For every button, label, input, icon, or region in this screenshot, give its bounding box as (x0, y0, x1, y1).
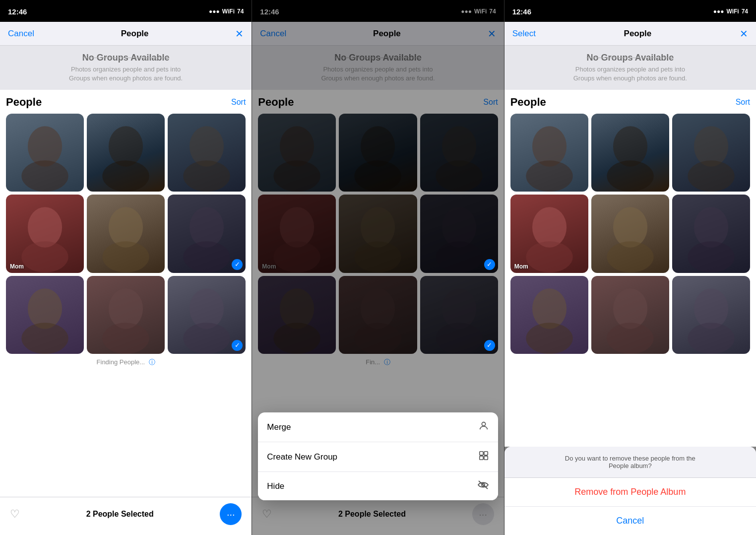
menu-item-merge[interactable]: Merge (258, 412, 498, 442)
action-sheet-overlay-3[interactable]: Do you want to remove these people from … (504, 447, 756, 535)
person-cell-8[interactable] (87, 276, 165, 354)
nav-bar-3: Select People ✕ (504, 22, 756, 46)
merge-icon (478, 420, 489, 434)
svg-rect-37 (479, 452, 483, 455)
people-title-1: People (6, 96, 42, 109)
cancel-action-button[interactable]: Cancel (504, 507, 756, 535)
svg-line-42 (479, 481, 488, 489)
svg-point-11 (184, 242, 230, 273)
person-cell-3-6[interactable] (672, 195, 750, 272)
svg-rect-38 (484, 452, 488, 455)
status-bar-3: 12:46 ●●● WiFi 74 (504, 0, 756, 22)
status-icons-1: ●●● WiFi 74 (209, 8, 244, 15)
svg-point-52 (607, 242, 653, 273)
person-cell-3[interactable] (168, 114, 246, 192)
info-icon-1[interactable]: ⓘ (149, 358, 155, 366)
remove-from-album-button[interactable]: Remove from People Album (504, 478, 756, 507)
check-badge-2-6: ✓ (484, 259, 495, 270)
people-grid-1: Mom ✓ (6, 114, 246, 353)
battery-icon-3: 74 (742, 8, 748, 15)
person-cell-9[interactable]: ✓ (168, 276, 246, 354)
people-section-1: People Sort (0, 90, 252, 497)
person-cell-7[interactable] (6, 276, 84, 354)
person-cell-3-1[interactable] (510, 114, 588, 192)
signal-icon-1: ●●● (209, 8, 220, 15)
groups-subtitle-3: Photos organizes people and pets intoGro… (512, 65, 748, 83)
time-3: 12:46 (512, 7, 531, 16)
svg-point-1 (21, 161, 68, 192)
check-badge-9: ✓ (232, 340, 243, 351)
groups-section-3: No Groups Available Photos organizes peo… (504, 46, 756, 90)
person-label-4: Mom (10, 263, 24, 270)
finding-footer-1: Finding People... ⓘ (6, 354, 246, 371)
menu-item-create-group[interactable]: Create New Group (258, 442, 498, 472)
close-button-3[interactable]: ✕ (740, 28, 748, 40)
svg-point-48 (688, 161, 734, 192)
battery-icon-1: 74 (237, 8, 244, 15)
person-cell-3-5[interactable] (591, 195, 669, 272)
context-menu-2: Merge Create New Group Hide (258, 412, 498, 500)
hide-label: Hide (267, 481, 284, 491)
create-group-icon (478, 450, 489, 464)
menu-item-hide[interactable]: Hide (258, 472, 498, 500)
person-cell-1[interactable] (6, 114, 84, 192)
svg-point-15 (103, 323, 149, 354)
select-button-3[interactable]: Select (512, 29, 536, 39)
favorite-icon-1[interactable]: ♡ (10, 508, 20, 521)
svg-point-60 (688, 323, 734, 354)
selected-count-1: 2 People Selected (86, 510, 154, 519)
time-1: 12:46 (8, 7, 27, 16)
nav-bar-1: Cancel People ✕ (0, 22, 252, 46)
svg-point-44 (526, 161, 572, 192)
sort-button-1[interactable]: Sort (231, 98, 246, 107)
check-badge-2-9: ✓ (484, 340, 495, 351)
svg-point-36 (482, 422, 485, 426)
person-cell-6[interactable]: ✓ (168, 195, 246, 272)
person-label-3-4: Mom (514, 263, 528, 270)
person-cell-3-7[interactable] (510, 276, 588, 354)
person-cell-3-3[interactable] (672, 114, 750, 192)
cancel-button-1[interactable]: Cancel (8, 29, 34, 39)
groups-subtitle-1: Photos organizes people and pets intoGro… (8, 65, 244, 83)
nav-title-3: People (624, 29, 652, 39)
hide-icon (477, 480, 489, 492)
groups-section-1: No Groups Available Photos organizes peo… (0, 46, 252, 90)
nav-title-1: People (121, 29, 149, 39)
status-bar-1: 12:46 ●●● WiFi 74 (0, 0, 252, 22)
panel-3: 12:46 ●●● WiFi 74 Select People ✕ No Gro… (504, 0, 756, 535)
svg-rect-40 (484, 456, 488, 460)
wifi-icon-1: WiFi (222, 8, 235, 15)
section-header-1: People Sort (6, 96, 246, 109)
more-button-1[interactable]: ··· (220, 503, 242, 525)
svg-point-7 (21, 242, 68, 273)
bottom-bar-1: ♡ 2 People Selected ··· (0, 497, 252, 535)
svg-point-5 (184, 161, 230, 192)
action-sheet-message-3: Do you want to remove these people from … (504, 447, 756, 478)
svg-point-46 (607, 161, 653, 192)
sort-button-3[interactable]: Sort (736, 98, 750, 107)
groups-title-1: No Groups Available (8, 53, 244, 63)
svg-point-50 (526, 242, 572, 273)
person-cell-5[interactable] (87, 195, 165, 272)
svg-point-13 (21, 323, 68, 354)
create-group-label: Create New Group (267, 452, 337, 462)
close-button-1[interactable]: ✕ (235, 28, 244, 40)
signal-icon-3: ●●● (713, 8, 724, 15)
groups-title-3: No Groups Available (512, 53, 748, 63)
svg-point-3 (103, 161, 149, 192)
status-icons-3: ●●● WiFi 74 (713, 8, 748, 15)
person-cell-3-9[interactable] (672, 276, 750, 354)
people-title-3: People (510, 96, 546, 109)
check-badge-6: ✓ (232, 259, 243, 270)
person-cell-3-8[interactable] (591, 276, 669, 354)
svg-point-54 (688, 242, 734, 273)
person-cell-3-2[interactable] (591, 114, 669, 192)
person-cell-2[interactable] (87, 114, 165, 192)
section-header-3: People Sort (510, 96, 750, 109)
panel-2: 12:46 ●●● WiFi 74 Cancel People ✕ No Gro… (252, 0, 504, 535)
svg-point-56 (526, 323, 572, 354)
person-cell-4[interactable]: Mom (6, 195, 84, 272)
wifi-icon-3: WiFi (726, 8, 739, 15)
svg-point-9 (103, 242, 149, 273)
person-cell-3-4[interactable]: Mom (510, 195, 588, 272)
